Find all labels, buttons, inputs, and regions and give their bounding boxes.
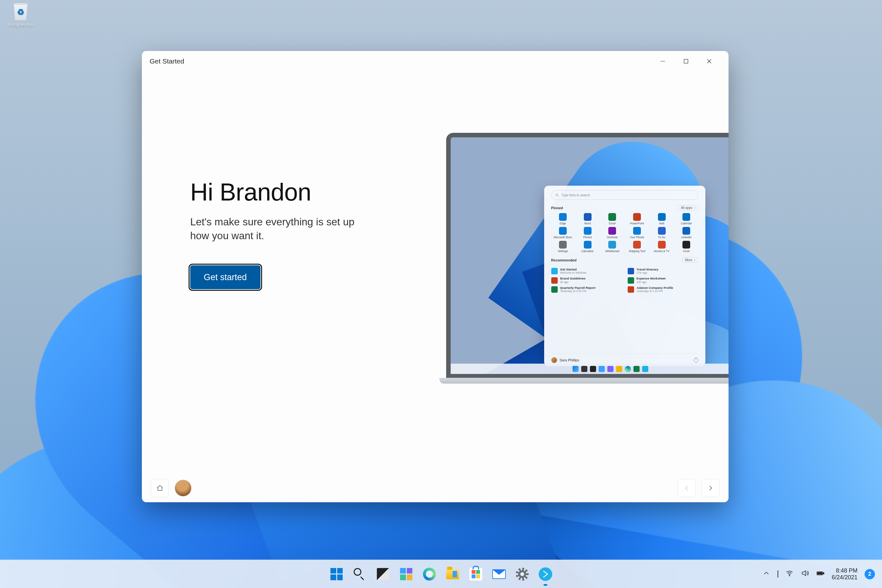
svg-rect-1 [684,59,688,63]
taskbar-mail-button[interactable] [489,564,509,584]
mini-pinned-app: Mail [650,213,674,225]
edge-icon [423,568,436,580]
mini-recommended-item: Brand Guidelines2h ago [551,277,622,284]
mini-start-menu: Type here to search Pinned All apps › Ed… [544,186,705,366]
mini-pinned-app: Calculator [576,241,599,253]
taskbar-search-button[interactable] [350,564,369,584]
get-started-window: Get Started Hi Brandon Let's make sure e… [142,51,729,502]
mini-user-name: Sara Phillips [560,358,579,362]
get-started-button[interactable]: Get started [190,265,261,289]
volume-icon[interactable] [801,569,809,579]
mini-pinned-label: Pinned [551,206,563,210]
mini-pinned-app: Excel [601,213,624,225]
windows-icon [330,568,343,580]
next-button[interactable] [702,479,720,497]
greeting-subtext: Let's make sure everything is set up how… [190,215,371,243]
greeting-heading: Hi Brandon [190,178,401,206]
taskbar-edge-button[interactable] [420,564,439,584]
desktop-icon-recycle-bin[interactable]: ♻ Recycle Bin [4,3,37,27]
mini-all-apps: All apps › [678,205,698,210]
mini-pinned-app: Word [576,213,599,225]
file-explorer-icon [446,569,459,579]
wifi-icon[interactable] [785,569,794,579]
recycle-bin-icon: ♻ [13,3,28,21]
recycle-bin-label: Recycle Bin [4,22,37,27]
taskbar-start-button[interactable] [327,564,346,584]
mini-pinned-app: Microsoft Store [551,227,575,239]
tray-overflow-button[interactable] [762,569,771,579]
mini-recommended-item: Quarterly Payroll ReportYesterday at 4:2… [551,286,622,293]
system-tray: 8:48 PM 6/24/2021 2 [755,560,882,588]
svg-rect-9 [818,572,822,574]
mini-taskbar [451,364,729,374]
task-view-icon [377,568,389,580]
search-icon [354,568,366,580]
svg-point-4 [556,194,558,196]
mail-icon [492,569,506,579]
mini-recommended-item: Travel Itinerary17m ago [628,268,698,274]
mini-pinned-app: Movies & TV [650,241,674,253]
taskbar-get-started-button[interactable] [536,564,555,584]
mini-avatar-icon [551,357,557,363]
window-title: Get Started [150,57,184,65]
taskbar-clock[interactable]: 8:48 PM 6/24/2021 [832,567,858,580]
taskbar-date: 6/24/2021 [832,574,858,581]
mini-pinned-app: OneNote [601,227,624,239]
mini-search-box: Type here to search [551,190,698,200]
taskbar-widgets-button[interactable] [396,564,416,584]
mini-more: More › [682,257,698,263]
keyboard-icon[interactable] [777,571,778,578]
user-avatar[interactable] [175,480,192,496]
mini-recommended-item: Expense Worksheet12h ago [628,277,698,284]
mini-pinned-app: Edge [551,213,575,225]
settings-icon [516,568,529,580]
titlebar[interactable]: Get Started [142,51,729,72]
svg-line-5 [558,196,559,196]
store-icon [470,568,482,580]
mini-recommended-item: Adatum Company ProfileYesterday at 1:15 … [628,286,698,293]
mini-pinned-app: Clock [675,241,698,253]
svg-point-6 [789,575,790,576]
maximize-button[interactable] [674,54,698,69]
taskbar-settings-button[interactable] [513,564,532,584]
mini-pinned-app: Your Phone [626,227,649,239]
mini-pinned-app: Snipping Tool [626,241,649,253]
svg-rect-8 [823,573,824,574]
get-started-icon [538,567,552,581]
taskbar-explorer-button[interactable] [443,564,462,584]
taskbar-store-button[interactable] [466,564,486,584]
home-button[interactable] [151,479,169,497]
mini-pinned-app: LinkedIn [675,227,698,239]
taskbar-time: 8:48 PM [832,567,858,574]
prev-button [678,479,696,497]
illustration-laptop: Type here to search Pinned All apps › Ed… [424,72,729,474]
taskbar: 8:48 PM 6/24/2021 2 [0,560,882,588]
mini-pinned-app: Calendar [675,213,698,225]
mini-pinned-app: Photos [576,227,599,239]
taskbar-task-view-button[interactable] [373,564,393,584]
mini-recommended-label: Recommended [551,258,577,262]
mini-pinned-app: Whiteboard [601,241,624,253]
mini-recommended-item: Get StartedWelcome to Windows [551,268,622,274]
mini-power-icon [694,358,698,362]
mini-pinned-app: To Do [650,227,674,239]
notification-badge[interactable]: 2 [865,569,875,579]
widgets-icon [400,568,412,580]
mini-pinned-app: PowerPoint [626,213,649,225]
mini-pinned-app: Settings [551,241,575,253]
battery-icon[interactable] [816,569,825,579]
minimize-button[interactable] [651,54,674,69]
close-button[interactable] [698,54,721,69]
window-footer [142,474,729,502]
